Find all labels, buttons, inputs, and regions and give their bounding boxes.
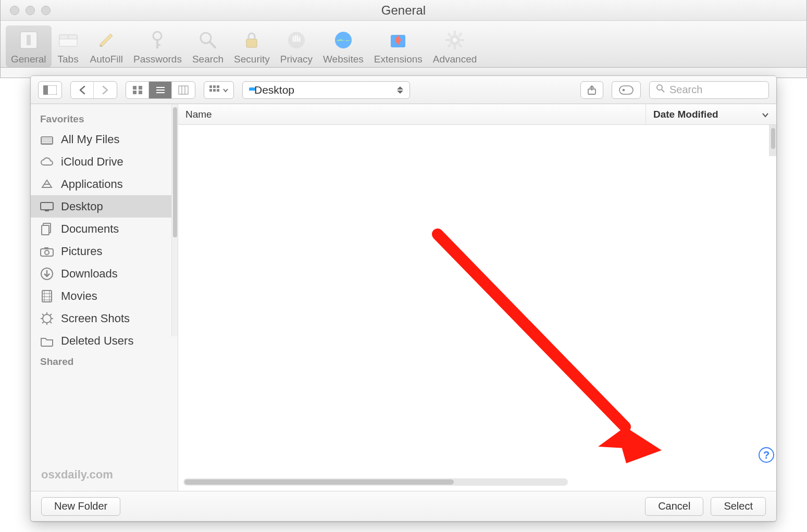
svg-line-26 (448, 44, 451, 47)
sidebar-item-movies[interactable]: Movies (31, 285, 178, 307)
view-list-button[interactable] (149, 82, 172, 98)
svg-rect-30 (133, 86, 136, 90)
svg-rect-60 (42, 225, 49, 235)
lock-icon (240, 29, 263, 52)
sidebar-heading-favorites: Favorites (31, 109, 178, 128)
prefs-tab-label: Extensions (374, 54, 423, 65)
svg-line-23 (448, 33, 451, 36)
prefs-tab-security[interactable]: Security (229, 26, 275, 67)
chevron-down-icon (762, 109, 769, 120)
svg-line-78 (50, 322, 52, 323)
prefs-tab-autofill[interactable]: AutoFill (85, 26, 128, 67)
svg-rect-57 (41, 202, 53, 210)
prefs-tab-tabs[interactable]: Tabs (52, 26, 85, 67)
sidebar-item-icloud-drive[interactable]: iCloud Drive (31, 150, 178, 173)
help-button[interactable]: ? (759, 447, 774, 463)
view-icon-button[interactable] (126, 82, 149, 98)
sidebar-item-label: Applications (61, 178, 123, 191)
new-folder-button[interactable]: New Folder (41, 497, 120, 516)
sidebar-item-label: Desktop (61, 200, 103, 213)
prefs-tab-advanced[interactable]: Advanced (428, 26, 482, 67)
columns-header: Name Date Modified (178, 104, 776, 125)
svg-point-72 (43, 314, 51, 323)
column-header-date-modified[interactable]: Date Modified (646, 104, 776, 124)
svg-marker-5 (100, 34, 113, 46)
group-by-dropdown[interactable] (204, 81, 234, 99)
svg-line-77 (42, 314, 44, 315)
prefs-tab-websites[interactable]: Websites (318, 26, 369, 67)
svg-rect-1 (27, 35, 31, 45)
horizontal-scrollbar[interactable] (183, 478, 568, 486)
svg-rect-9 (156, 44, 160, 46)
sidebar-item-all-my-files[interactable]: All My Files (31, 128, 178, 150)
prefs-tab-label: Tabs (58, 54, 79, 65)
prefs-tab-label: AutoFill (90, 54, 123, 65)
magnifier-icon (196, 29, 219, 52)
all-files-icon (39, 132, 55, 147)
svg-rect-44 (213, 89, 216, 92)
svg-rect-31 (139, 86, 142, 90)
view-mode-switcher (126, 81, 195, 99)
svg-rect-42 (217, 85, 219, 88)
svg-rect-37 (179, 86, 188, 94)
watermark: osxdaily.com (31, 461, 178, 491)
gear-icon (443, 29, 466, 52)
svg-rect-45 (217, 89, 219, 92)
sidebar-item-label: Movies (61, 289, 97, 303)
prefs-tab-label: Websites (323, 54, 364, 65)
sidebar-item-label: Downloads (61, 267, 118, 281)
open-panel-toolbar: Desktop Search (31, 76, 776, 104)
sidebar-toggle[interactable] (38, 81, 62, 99)
documents-icon (39, 221, 55, 237)
prefs-tab-label: Passwords (133, 54, 182, 65)
sidebar-item-downloads[interactable]: Downloads (31, 262, 178, 285)
preferences-tabs: General Tabs AutoFill Passwords Search (1, 21, 806, 68)
nav-back-button[interactable] (71, 82, 94, 98)
sidebar-item-pictures[interactable]: Pictures (31, 240, 178, 262)
location-popup[interactable]: Desktop (242, 81, 410, 99)
vertical-scrollbar[interactable] (769, 125, 776, 156)
prefs-tab-passwords[interactable]: Passwords (128, 26, 187, 67)
select-button[interactable]: Select (711, 497, 766, 516)
prefs-tab-extensions[interactable]: Extensions (369, 26, 428, 67)
sidebar-item-documents[interactable]: Documents (31, 218, 178, 240)
prefs-tab-search[interactable]: Search (187, 26, 229, 67)
sidebar-item-applications[interactable]: Applications (31, 173, 178, 195)
tags-button[interactable] (612, 81, 641, 99)
minimize-window-button[interactable] (26, 6, 35, 15)
view-column-button[interactable] (172, 82, 195, 98)
prefs-tab-privacy[interactable]: Privacy (275, 26, 318, 67)
svg-point-50 (657, 85, 662, 90)
svg-rect-8 (156, 39, 158, 48)
column-header-label: Date Modified (653, 109, 718, 120)
sidebar-item-desktop[interactable]: Desktop (31, 195, 178, 218)
updown-caret-icon (397, 86, 403, 94)
column-header-name[interactable]: Name (178, 104, 646, 124)
sidebar-scrollbar[interactable] (171, 104, 178, 336)
folder-icon (39, 333, 55, 349)
sidebar-item-deleted-users[interactable]: Deleted Users (31, 330, 178, 352)
svg-line-51 (662, 90, 664, 92)
file-list-body[interactable]: ? (178, 125, 776, 491)
prefs-tab-general[interactable]: General (6, 26, 52, 67)
svg-rect-40 (209, 85, 212, 88)
desktop-icon (39, 199, 55, 214)
svg-point-62 (45, 250, 49, 255)
search-placeholder: Search (669, 84, 702, 96)
nav-forward-button[interactable] (94, 82, 117, 98)
prefs-tab-label: General (11, 54, 46, 65)
close-window-button[interactable] (10, 6, 19, 15)
cancel-button[interactable]: Cancel (645, 497, 703, 516)
open-panel: Desktop Search Favorites All My Files (30, 75, 777, 522)
sidebar-item-label: All My Files (61, 133, 119, 146)
share-button[interactable] (580, 81, 603, 99)
svg-rect-33 (139, 91, 142, 94)
titlebar: General (1, 0, 806, 21)
search-field[interactable]: Search (649, 81, 769, 99)
svg-point-27 (453, 38, 457, 42)
sidebar-item-label: Screen Shots (61, 312, 130, 325)
sidebar-item-screen-shots[interactable]: Screen Shots (31, 307, 178, 330)
svg-rect-32 (133, 91, 136, 94)
hand-icon (285, 29, 308, 52)
zoom-window-button[interactable] (41, 6, 51, 15)
